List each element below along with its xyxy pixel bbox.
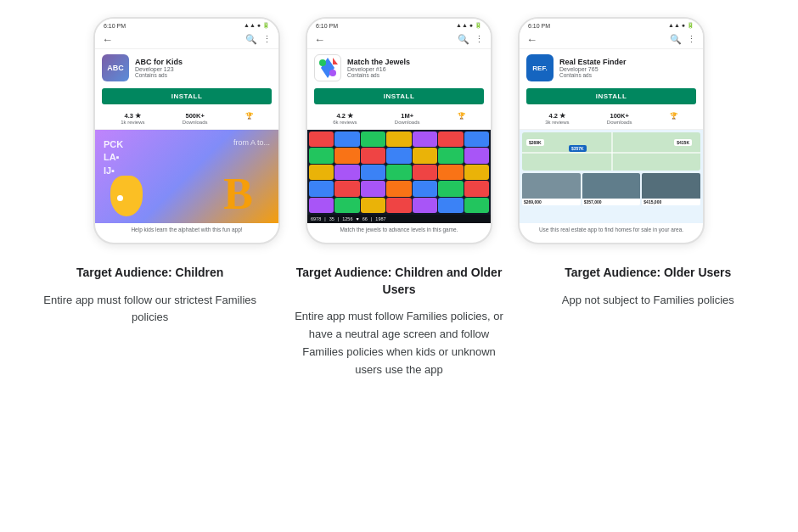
screenshot-match: 6978 | 35 | 1256 ♥ 66 | 1987 (307, 130, 491, 223)
map-area: $269K $357K $415K (522, 132, 700, 171)
app-info-ref: Real Estate Finder Developer 765 Contain… (559, 58, 696, 79)
search-icon-abc[interactable]: 🔍 (245, 34, 257, 45)
app-header-ref: REF. Real Estate Finder Developer 765 Co… (520, 49, 703, 85)
install-btn-ref[interactable]: INSTALL (526, 88, 696, 104)
app-icon-match (314, 54, 341, 81)
app-dev-abc: Developer 123 (135, 66, 272, 72)
app-desc-abc: Help kids learn the alphabet with this f… (95, 223, 278, 234)
listing-3: $415,000 (642, 173, 700, 205)
text-row: Target Audience: Children Entire app mus… (25, 265, 773, 378)
stat-badge-abc: 🏆 (245, 112, 253, 125)
stat-downloads-ref: 100K+ Downloads (607, 112, 632, 125)
app-info-match: Match the Jewels Developer #16 Contains … (347, 58, 484, 79)
app-ads-abc: Contains ads (135, 72, 272, 78)
install-btn-match[interactable]: INSTALL (314, 88, 484, 104)
screenshot-ref: $269K $357K $415K $269,000 $357,000 (520, 130, 703, 223)
audience-col-older: Target Audience: Older Users App not sub… (524, 265, 773, 309)
svg-marker-2 (333, 58, 338, 64)
more-icon-abc[interactable]: ⋮ (262, 34, 272, 45)
nav-bar-match: ← 🔍 ⋮ (307, 31, 491, 49)
app-ads-ref: Contains ads (559, 72, 696, 78)
screenshot-abc: PCKLA▪IJ▪ B from A to... (95, 130, 278, 223)
time-abc: 6:10 PM (104, 23, 126, 29)
signal-icons-match: ▲▲ ● 🔋 (456, 22, 482, 29)
back-icon-ref[interactable]: ← (526, 33, 537, 46)
audience-title-children: Target Audience: Children (42, 265, 257, 282)
stat-rating-ref: 4.2 ★ 3k reviews (545, 112, 569, 125)
page: 6:10 PM ▲▲ ● 🔋 ← 🔍 ⋮ ABC ABC for Kids De… (0, 0, 798, 532)
score4: 66 (362, 216, 368, 221)
phone-abc: 6:10 PM ▲▲ ● 🔋 ← 🔍 ⋮ ABC ABC for Kids De… (93, 17, 280, 244)
listing-1: $269,000 (522, 173, 581, 205)
back-icon-match[interactable]: ← (314, 33, 325, 46)
app-name-match: Match the Jewels (347, 58, 484, 67)
app-dev-ref: Developer 765 (559, 66, 696, 72)
back-icon-abc[interactable]: ← (102, 33, 113, 46)
app-name-ref: Real Estate Finder (559, 58, 696, 67)
score3: 1256 (342, 216, 352, 221)
phone-ref: 6:10 PM ▲▲ ● 🔋 ← 🔍 ⋮ REF. Real Estate Fi… (518, 17, 705, 244)
app-name-abc: ABC for Kids (135, 58, 272, 67)
signal-icons-ref: ▲▲ ● 🔋 (668, 22, 694, 29)
listing-2: $357,000 (582, 173, 641, 205)
phones-row: 6:10 PM ▲▲ ● 🔋 ← 🔍 ⋮ ABC ABC for Kids De… (93, 17, 705, 244)
time-ref: 6:10 PM (528, 23, 550, 29)
app-header-match: Match the Jewels Developer #16 Contains … (307, 49, 491, 85)
app-icon-ref: REF. (526, 54, 554, 81)
stat-downloads-abc: 500K+ Downloads (183, 112, 208, 125)
audience-desc-children: Entire app must follow our strictest Fam… (42, 292, 257, 328)
app-desc-match: Match the jewels to advance levels in th… (307, 223, 491, 234)
app-desc-ref: Use this real estate app to find homes f… (520, 223, 703, 234)
more-icon-match[interactable]: ⋮ (475, 34, 484, 45)
app-dev-match: Developer #16 (347, 66, 484, 72)
install-btn-abc[interactable]: INSTALL (102, 88, 272, 104)
app-stats-ref: 4.2 ★ 3k reviews 100K+ Downloads 🏆 (520, 108, 703, 130)
score5: 1987 (375, 216, 385, 221)
audience-title-mixed: Target Audience: Children and Older User… (291, 265, 506, 298)
phone-match: 6:10 PM ▲▲ ● 🔋 ← 🔍 ⋮ (306, 17, 492, 244)
audience-col-mixed: Target Audience: Children and Older User… (274, 265, 523, 378)
audience-title-older: Target Audience: Older Users (541, 265, 756, 282)
svg-point-1 (319, 59, 326, 66)
stat-rating-abc: 4.3 ★ 1k reviews (121, 112, 144, 125)
listings-area: $269,000 $357,000 $415,000 (522, 173, 700, 205)
score2: 35 (329, 216, 334, 221)
app-ads-match: Contains ads (347, 72, 484, 78)
status-bar-ref: 6:10 PM ▲▲ ● 🔋 (520, 19, 703, 31)
score1: 6978 (311, 216, 321, 221)
more-icon-ref[interactable]: ⋮ (687, 34, 696, 45)
status-bar-abc: 6:10 PM ▲▲ ● 🔋 (95, 19, 278, 31)
app-header-abc: ABC ABC for Kids Developer 123 Contains … (95, 49, 278, 85)
svg-point-3 (329, 70, 336, 76)
app-icon-abc: ABC (102, 54, 129, 81)
audience-desc-older: App not subject to Families policies (541, 292, 756, 310)
stat-rating-match: 4.2 ★ 6k reviews (333, 112, 357, 125)
time-match: 6:10 PM (316, 23, 338, 29)
stat-badge-ref: 🏆 (670, 112, 677, 125)
search-icon-match[interactable]: 🔍 (458, 34, 469, 45)
app-stats-match: 4.2 ★ 6k reviews 1M+ Downloads 🏆 (307, 108, 491, 130)
audience-desc-mixed: Entire app must follow Families policies… (291, 308, 506, 378)
status-bar-match: 6:10 PM ▲▲ ● 🔋 (307, 19, 491, 31)
audience-col-children: Target Audience: Children Entire app mus… (25, 265, 274, 327)
signal-icons-abc: ▲▲ ● 🔋 (244, 22, 270, 29)
stat-downloads-match: 1M+ Downloads (395, 112, 420, 125)
search-icon-ref[interactable]: 🔍 (670, 34, 682, 45)
app-info-abc: ABC for Kids Developer 123 Contains ads (135, 58, 272, 79)
app-stats-abc: 4.3 ★ 1k reviews 500K+ Downloads 🏆 (95, 108, 278, 130)
nav-bar-abc: ← 🔍 ⋮ (95, 31, 278, 49)
stat-badge-match: 🏆 (458, 112, 465, 125)
nav-bar-ref: ← 🔍 ⋮ (520, 31, 703, 49)
